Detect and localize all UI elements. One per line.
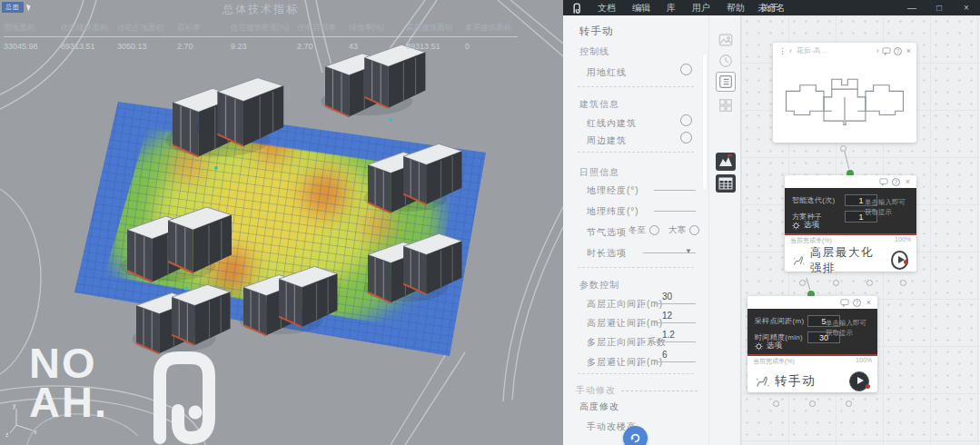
multistory-front-coef-input[interactable]: 1.2 bbox=[654, 330, 696, 342]
row-latitude: 地理纬度(°) bbox=[587, 205, 639, 218]
status-dot bbox=[904, 260, 908, 264]
output-port[interactable] bbox=[900, 280, 906, 286]
maximize-button[interactable]: □ bbox=[926, 3, 953, 13]
highrise-front-spacing-input[interactable]: 30 bbox=[654, 292, 696, 304]
output-port[interactable] bbox=[799, 280, 806, 286]
menu-edit[interactable]: 编辑 bbox=[624, 2, 658, 15]
section-building-info: 建筑信息 bbox=[579, 98, 619, 111]
svg-text:y: y bbox=[13, 402, 16, 410]
manual-node-body: 采样点间距(m) 5 时间精度(min) 30 单击输入即可获取提示 选项 bbox=[747, 309, 877, 354]
chevron-down-icon[interactable]: ▼ bbox=[685, 247, 692, 255]
terrain-tool-icon[interactable] bbox=[716, 152, 736, 172]
stats-value-row: 33045.98 89313.51 3050.13 2.70 9.23 2.70… bbox=[4, 42, 518, 51]
output-port[interactable] bbox=[809, 400, 816, 407]
menu-help[interactable]: 帮助 bbox=[718, 2, 753, 15]
table-tool-icon[interactable] bbox=[716, 173, 736, 193]
list-panel-icon[interactable] bbox=[716, 72, 736, 92]
progress-label: 当前完成率(%) bbox=[790, 236, 832, 245]
vertical-toolbar bbox=[708, 15, 740, 445]
section-params: 参数控制 bbox=[579, 279, 619, 292]
output-port[interactable] bbox=[773, 400, 779, 407]
run-node-button[interactable] bbox=[849, 371, 869, 391]
menu-file[interactable]: 文档 bbox=[589, 2, 624, 15]
minimize-button[interactable]: — bbox=[898, 3, 926, 13]
divider bbox=[578, 152, 694, 153]
close-button[interactable]: × bbox=[953, 3, 980, 13]
row-site-redline: 用地红线 bbox=[587, 66, 627, 79]
menu-library[interactable]: 库 bbox=[658, 2, 684, 15]
longitude-input[interactable] bbox=[654, 180, 696, 191]
app-logo-icon bbox=[572, 3, 582, 14]
comment-icon[interactable] bbox=[840, 299, 849, 307]
panel-scrollbar[interactable] bbox=[703, 54, 707, 190]
radio-great-cold[interactable] bbox=[689, 225, 699, 235]
stat-value: 89313.51 bbox=[406, 42, 465, 51]
floorplan-title: 花后-高... bbox=[797, 46, 874, 55]
row-surrounding-buildings: 周边建筑 bbox=[587, 134, 627, 147]
divider bbox=[578, 373, 694, 374]
menu-account[interactable]: 用户 bbox=[684, 2, 718, 15]
play-icon bbox=[857, 377, 864, 384]
options-row[interactable]: 选项 bbox=[755, 341, 782, 351]
layout-node-header: ? × bbox=[785, 175, 916, 188]
image-view-icon[interactable] bbox=[716, 30, 736, 50]
row-solar-term: 节气选项 bbox=[587, 226, 627, 239]
progress-value: 100% bbox=[856, 357, 872, 366]
gear-icon bbox=[755, 342, 763, 351]
next-icon[interactable]: › bbox=[876, 46, 879, 55]
latitude-input[interactable] bbox=[654, 201, 696, 212]
prev-icon[interactable]: ‹ bbox=[789, 46, 792, 55]
radio-winter-solstice[interactable] bbox=[649, 225, 659, 235]
comment-icon[interactable] bbox=[879, 178, 888, 186]
row-multistory-avoid-spacing: 多层避让间距(m) bbox=[587, 356, 663, 369]
output-port[interactable] bbox=[866, 280, 873, 286]
divider bbox=[578, 267, 694, 268]
layout-node[interactable]: ? × 智能迭代(次) 1 方案种子 1 单击输入即可获取提示 bbox=[785, 175, 916, 272]
signature-icon bbox=[756, 374, 769, 389]
close-icon[interactable]: × bbox=[866, 298, 871, 307]
history-clock-icon[interactable] bbox=[716, 51, 736, 71]
grid-view-icon[interactable] bbox=[716, 95, 736, 115]
radio-site-redline[interactable] bbox=[680, 64, 692, 75]
svg-text:x: x bbox=[34, 429, 37, 435]
output-port[interactable] bbox=[833, 280, 839, 286]
highrise-avoid-spacing-input[interactable]: 12 bbox=[654, 311, 696, 323]
viewport-3d[interactable]: y x z 总图 总体技术指标 用地面积 住宅建筑面积 住宅占地面积 容积率 住… bbox=[0, 0, 563, 445]
stat-value: 33045.98 bbox=[4, 42, 61, 51]
output-port[interactable] bbox=[840, 145, 846, 152]
stat-label: 多层建筑面积 bbox=[465, 23, 517, 34]
stat-label: 住宅建筑面积 bbox=[61, 23, 117, 34]
menu-about[interactable]: 关于 bbox=[753, 2, 787, 15]
manual-node[interactable]: ? × 采样点间距(m) 5 时间精度(min) 30 单击输入即可获取提示 bbox=[747, 296, 877, 392]
manual-height-run-button[interactable] bbox=[623, 426, 648, 445]
noah-watermark: NO AH. bbox=[29, 343, 108, 421]
signature-icon bbox=[793, 253, 805, 268]
node-name: 转手动 bbox=[775, 373, 816, 390]
radio-buildings-in-redline[interactable] bbox=[680, 114, 692, 126]
application-window: y x z 总图 总体技术指标 用地面积 住宅建筑面积 住宅占地面积 容积率 住… bbox=[0, 0, 980, 445]
field-label-sample-spacing: 采样点间距(m) bbox=[755, 316, 807, 326]
floorplan-card[interactable]: ⋮ ‹ 花后-高... › ? × bbox=[773, 43, 916, 143]
multistory-avoid-spacing-input[interactable]: 6 bbox=[654, 350, 696, 362]
options-row[interactable]: 选项 bbox=[792, 220, 819, 231]
drag-handle-icon[interactable]: ⋮ bbox=[778, 46, 787, 55]
close-icon[interactable]: × bbox=[906, 177, 910, 186]
help-icon[interactable]: ? bbox=[853, 299, 861, 307]
help-icon[interactable]: ? bbox=[894, 47, 902, 55]
stat-value: 3050.13 bbox=[117, 42, 177, 51]
gear-icon bbox=[792, 222, 800, 230]
close-icon[interactable]: × bbox=[906, 46, 911, 55]
stat-label: 高层建筑面积 bbox=[406, 23, 465, 34]
progress-label: 当前完成率(%) bbox=[753, 357, 795, 366]
node-canvas[interactable]: ⋮ ‹ 花后-高... › ? × bbox=[740, 15, 980, 445]
layout-node-body: 智能迭代(次) 1 方案种子 1 单击输入即可获取提示 选项 bbox=[785, 188, 916, 233]
help-icon[interactable]: ? bbox=[892, 178, 900, 186]
radio-surrounding-buildings[interactable] bbox=[680, 132, 692, 143]
run-node-button[interactable] bbox=[891, 251, 908, 270]
stat-value: 0 bbox=[465, 42, 517, 51]
comment-icon[interactable] bbox=[882, 47, 891, 55]
stat-value: 89313.51 bbox=[61, 42, 117, 51]
output-port[interactable] bbox=[846, 400, 852, 407]
noah-logo bbox=[144, 347, 231, 445]
stat-label: 用地面积 bbox=[4, 23, 61, 34]
